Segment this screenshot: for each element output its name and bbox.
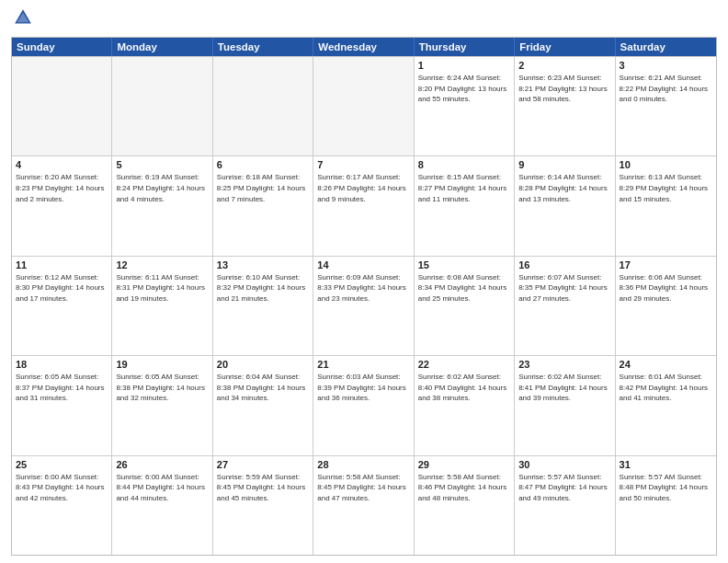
calendar-cell: 20Sunrise: 6:04 AM Sunset: 8:38 PM Dayli… — [213, 356, 313, 454]
day-info: Sunrise: 6:02 AM Sunset: 8:41 PM Dayligh… — [518, 372, 610, 404]
day-info: Sunrise: 6:17 AM Sunset: 8:26 PM Dayligh… — [317, 172, 409, 204]
day-number: 17 — [620, 259, 712, 270]
logo — [11, 9, 33, 31]
day-info: Sunrise: 6:00 AM Sunset: 8:43 PM Dayligh… — [16, 472, 108, 504]
day-info: Sunrise: 6:24 AM Sunset: 8:20 PM Dayligh… — [418, 73, 510, 105]
calendar-cell: 22Sunrise: 6:02 AM Sunset: 8:40 PM Dayli… — [415, 356, 515, 454]
day-number: 5 — [116, 159, 208, 170]
calendar-body: 1Sunrise: 6:24 AM Sunset: 8:20 PM Daylig… — [12, 56, 716, 555]
day-number: 8 — [418, 159, 510, 170]
day-info: Sunrise: 6:20 AM Sunset: 8:23 PM Dayligh… — [16, 172, 108, 204]
calendar-cell: 14Sunrise: 6:09 AM Sunset: 8:33 PM Dayli… — [313, 257, 414, 355]
calendar-cell: 11Sunrise: 6:12 AM Sunset: 8:30 PM Dayli… — [12, 257, 112, 355]
calendar-cell: 19Sunrise: 6:05 AM Sunset: 8:38 PM Dayli… — [112, 356, 212, 454]
calendar-cell: 5Sunrise: 6:19 AM Sunset: 8:24 PM Daylig… — [112, 156, 212, 255]
day-info: Sunrise: 6:04 AM Sunset: 8:38 PM Dayligh… — [217, 372, 309, 404]
day-number: 10 — [620, 159, 712, 170]
day-info: Sunrise: 5:57 AM Sunset: 8:48 PM Dayligh… — [620, 472, 712, 504]
calendar-cell: 1Sunrise: 6:24 AM Sunset: 8:20 PM Daylig… — [415, 57, 515, 155]
day-info: Sunrise: 5:59 AM Sunset: 8:45 PM Dayligh… — [217, 472, 309, 504]
day-number: 4 — [16, 159, 108, 170]
day-number: 12 — [116, 259, 208, 270]
day-info: Sunrise: 6:03 AM Sunset: 8:39 PM Dayligh… — [317, 372, 409, 404]
calendar-cell: 23Sunrise: 6:02 AM Sunset: 8:41 PM Dayli… — [515, 356, 615, 454]
day-info: Sunrise: 6:01 AM Sunset: 8:42 PM Dayligh… — [620, 372, 712, 404]
day-number: 13 — [217, 259, 309, 270]
day-info: Sunrise: 6:05 AM Sunset: 8:38 PM Dayligh… — [116, 372, 208, 404]
calendar-header-cell: Thursday — [415, 38, 515, 56]
calendar-cell — [12, 57, 112, 155]
day-number: 27 — [217, 459, 309, 470]
day-number: 1 — [418, 60, 510, 71]
calendar-cell: 16Sunrise: 6:07 AM Sunset: 8:35 PM Dayli… — [515, 257, 615, 355]
day-number: 14 — [317, 259, 409, 270]
calendar-cell: 10Sunrise: 6:13 AM Sunset: 8:29 PM Dayli… — [616, 156, 716, 255]
day-number: 20 — [217, 359, 309, 370]
calendar-header-cell: Friday — [515, 38, 615, 56]
day-info: Sunrise: 5:58 AM Sunset: 8:45 PM Dayligh… — [317, 472, 409, 504]
day-number: 6 — [217, 159, 309, 170]
day-info: Sunrise: 6:19 AM Sunset: 8:24 PM Dayligh… — [116, 172, 208, 204]
day-number: 9 — [518, 159, 610, 170]
day-info: Sunrise: 6:10 AM Sunset: 8:32 PM Dayligh… — [217, 272, 309, 304]
day-info: Sunrise: 6:15 AM Sunset: 8:27 PM Dayligh… — [418, 172, 510, 204]
day-number: 15 — [418, 259, 510, 270]
calendar-cell: 29Sunrise: 5:58 AM Sunset: 8:46 PM Dayli… — [415, 456, 515, 555]
calendar-cell: 24Sunrise: 6:01 AM Sunset: 8:42 PM Dayli… — [616, 356, 716, 454]
page: SundayMondayTuesdayWednesdayThursdayFrid… — [0, 0, 728, 563]
calendar-week: 1Sunrise: 6:24 AM Sunset: 8:20 PM Daylig… — [12, 56, 716, 155]
day-info: Sunrise: 6:18 AM Sunset: 8:25 PM Dayligh… — [217, 172, 309, 204]
calendar-cell: 28Sunrise: 5:58 AM Sunset: 8:45 PM Dayli… — [313, 456, 414, 555]
day-info: Sunrise: 6:23 AM Sunset: 8:21 PM Dayligh… — [518, 73, 610, 105]
calendar-cell: 12Sunrise: 6:11 AM Sunset: 8:31 PM Dayli… — [112, 257, 212, 355]
calendar-header-row: SundayMondayTuesdayWednesdayThursdayFrid… — [12, 38, 716, 56]
calendar-week: 25Sunrise: 6:00 AM Sunset: 8:43 PM Dayli… — [12, 455, 716, 555]
day-info: Sunrise: 6:00 AM Sunset: 8:44 PM Dayligh… — [116, 472, 208, 504]
day-info: Sunrise: 6:09 AM Sunset: 8:33 PM Dayligh… — [317, 272, 409, 304]
calendar-header-cell: Saturday — [616, 38, 716, 56]
calendar-cell: 13Sunrise: 6:10 AM Sunset: 8:32 PM Dayli… — [213, 257, 313, 355]
day-number: 29 — [418, 459, 510, 470]
calendar-week: 11Sunrise: 6:12 AM Sunset: 8:30 PM Dayli… — [12, 256, 716, 355]
calendar-cell: 8Sunrise: 6:15 AM Sunset: 8:27 PM Daylig… — [415, 156, 515, 255]
day-number: 31 — [620, 459, 712, 470]
calendar-cell: 3Sunrise: 6:21 AM Sunset: 8:22 PM Daylig… — [616, 57, 716, 155]
calendar-cell: 15Sunrise: 6:08 AM Sunset: 8:34 PM Dayli… — [415, 257, 515, 355]
day-number: 18 — [16, 359, 108, 370]
day-number: 21 — [317, 359, 409, 370]
day-number: 3 — [620, 60, 712, 71]
calendar-cell: 30Sunrise: 5:57 AM Sunset: 8:47 PM Dayli… — [515, 456, 615, 555]
day-info: Sunrise: 6:13 AM Sunset: 8:29 PM Dayligh… — [620, 172, 712, 204]
day-number: 26 — [116, 459, 208, 470]
calendar-cell: 9Sunrise: 6:14 AM Sunset: 8:28 PM Daylig… — [515, 156, 615, 255]
calendar-cell: 25Sunrise: 6:00 AM Sunset: 8:43 PM Dayli… — [12, 456, 112, 555]
calendar-cell: 7Sunrise: 6:17 AM Sunset: 8:26 PM Daylig… — [313, 156, 414, 255]
day-info: Sunrise: 6:11 AM Sunset: 8:31 PM Dayligh… — [116, 272, 208, 304]
calendar-cell: 31Sunrise: 5:57 AM Sunset: 8:48 PM Dayli… — [616, 456, 716, 555]
day-info: Sunrise: 6:05 AM Sunset: 8:37 PM Dayligh… — [16, 372, 108, 404]
calendar-cell: 27Sunrise: 5:59 AM Sunset: 8:45 PM Dayli… — [213, 456, 313, 555]
day-info: Sunrise: 6:21 AM Sunset: 8:22 PM Dayligh… — [620, 73, 712, 105]
calendar-cell: 17Sunrise: 6:06 AM Sunset: 8:36 PM Dayli… — [616, 257, 716, 355]
day-number: 22 — [418, 359, 510, 370]
day-number: 30 — [518, 459, 610, 470]
calendar: SundayMondayTuesdayWednesdayThursdayFrid… — [11, 37, 717, 556]
day-info: Sunrise: 6:14 AM Sunset: 8:28 PM Dayligh… — [518, 172, 610, 204]
calendar-week: 4Sunrise: 6:20 AM Sunset: 8:23 PM Daylig… — [12, 155, 716, 255]
calendar-header-cell: Sunday — [12, 38, 112, 56]
day-number: 23 — [518, 359, 610, 370]
logo-icon — [13, 7, 33, 28]
day-number: 2 — [518, 60, 610, 71]
day-number: 24 — [620, 359, 712, 370]
day-info: Sunrise: 5:57 AM Sunset: 8:47 PM Dayligh… — [518, 472, 610, 504]
day-number: 16 — [518, 259, 610, 270]
calendar-cell: 21Sunrise: 6:03 AM Sunset: 8:39 PM Dayli… — [313, 356, 414, 454]
calendar-cell — [112, 57, 212, 155]
day-info: Sunrise: 6:12 AM Sunset: 8:30 PM Dayligh… — [16, 272, 108, 304]
calendar-cell: 4Sunrise: 6:20 AM Sunset: 8:23 PM Daylig… — [12, 156, 112, 255]
calendar-header-cell: Tuesday — [213, 38, 313, 56]
day-number: 25 — [16, 459, 108, 470]
header — [11, 9, 717, 31]
day-info: Sunrise: 5:58 AM Sunset: 8:46 PM Dayligh… — [418, 472, 510, 504]
calendar-header-cell: Monday — [112, 38, 212, 56]
